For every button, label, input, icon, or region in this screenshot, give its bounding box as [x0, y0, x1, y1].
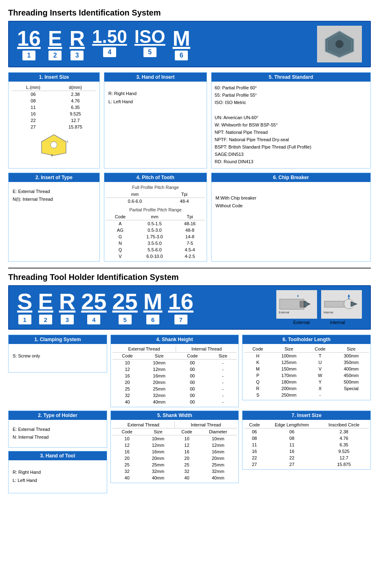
table-cell: 10mm [142, 435, 175, 442]
sw-col-code2: Code [174, 428, 199, 435]
banner-code-2: E [48, 28, 62, 49]
table-cell: 32 [112, 392, 142, 399]
table-cell: 25 [112, 386, 142, 392]
partial-profile-label: Partial Profile Pitch Range [106, 206, 205, 213]
table-cell: 10mm [199, 435, 237, 442]
sh-col-code1: Code [112, 352, 142, 359]
table-row: AG0.5-3.048-8 [106, 227, 205, 233]
table-cell: 27 [12, 124, 55, 130]
table-cell: 4.76 [319, 435, 369, 442]
table-row: G1.75-3.014-8 [106, 233, 205, 240]
table-cell: 20mm [199, 455, 237, 462]
table-cell: 10 [112, 435, 142, 442]
table-cell: 40 [174, 475, 199, 481]
table-cell: 16 [264, 448, 319, 455]
svg-rect-13 [324, 301, 347, 307]
sh-col-size1: Size [142, 352, 176, 359]
table-row: 1212mm1212mm [112, 442, 237, 448]
table-cell: 25 [112, 462, 142, 468]
partial-col-code: Code [106, 213, 134, 220]
table-cell: 00 [176, 379, 209, 386]
table-row: K125mmU350mm [244, 359, 369, 366]
type-holder-body: E: External ThreadN: Internal Thread [9, 420, 107, 448]
table-cell: 00 [176, 373, 209, 379]
holder-insert-size-col: 7. Insert Size Code Edge Length/mm Inscr… [242, 410, 371, 493]
table-cell: 22 [12, 117, 55, 124]
svg-text:Internal: Internal [324, 311, 333, 314]
inserts-banner: 16 1 E 2 R 3 1.50 4 ISO 5 [8, 21, 371, 67]
full-profile-table: mm Tpi 0.6-6.0 48-4 [106, 191, 205, 204]
table-row: 2020mm00- [112, 379, 237, 386]
table-cell: 06 [12, 91, 55, 98]
holder-banner-item-3: R 3 [59, 290, 75, 324]
banner-item-3: R 3 [70, 28, 85, 60]
holder-tables-row1: 1. Clamping System S: Screw only 4. Shan… [8, 335, 371, 407]
hand-tool-body: R: Right HandL: Left Hand [9, 460, 107, 493]
shank-width-table: External Thread Internal Thread Code Siz… [112, 422, 237, 481]
inserts-tables-row2: 2. Insert of Type E: External ThreadN(I)… [8, 173, 371, 262]
table-row: 2525mm00- [112, 386, 237, 392]
partial-col-mm: mm [134, 213, 175, 220]
table-cell: 12mm [142, 366, 176, 373]
svg-marker-15 [351, 302, 357, 306]
table-cell: 180mm [271, 379, 306, 385]
full-tpi-1: 48-4 [164, 197, 205, 204]
table-row: 4040mm4040mm [112, 475, 237, 481]
hand-tool-content: R: Right HandL: Left Hand [13, 468, 103, 485]
shank-height-body: External Thread Internal Thread Code Siz… [111, 344, 239, 407]
holder-insert-size-header: 7. Insert Size [242, 411, 370, 420]
table-cell: G [106, 233, 134, 240]
table-row: 08084.76 [244, 435, 369, 442]
table-cell: - [209, 359, 237, 366]
shank-height-col: 4. Shank Height External Thread Internal… [110, 335, 239, 407]
partial-profile-table: Code mm Tpi A0.5-1.548-16AG0.5-3.048-8G1… [106, 213, 205, 260]
his-col-edge: Edge Length/mm [264, 422, 319, 428]
table-cell: 15.875 [55, 124, 96, 130]
table-cell: 40mm [142, 475, 175, 481]
table-row: 06062.38 [244, 428, 369, 435]
table-cell: 6.35 [55, 104, 96, 111]
table-cell: 40mm [199, 475, 237, 481]
insert-size-header: 1. Insert Size [9, 73, 99, 82]
holder-num-1: 1 [18, 315, 31, 324]
hand-insert-header: 3. Hand of Insert [104, 73, 207, 82]
shank-width-int-label: Internal Thread [174, 422, 237, 428]
banner-codes: 16 1 E 2 R 3 1.50 4 ISO 5 [17, 28, 317, 60]
insert-type-box: 2. Insert of Type E: External ThreadN(I)… [8, 173, 100, 262]
insert-size-box: 1. Insert Size L.(mm) d(mm) 062.38084.76… [8, 72, 100, 169]
insert-chip-image [317, 26, 362, 62]
toolholder-length-table: Code Size Code Size H100mmT300mmK125mmU3… [244, 346, 369, 398]
banner-num-3: 3 [71, 51, 84, 60]
hand-insert-content: R: Right HandL: Left Hand [108, 90, 203, 106]
table-cell: 150mm [271, 366, 306, 372]
table-row: H100mmT300mm [244, 352, 369, 359]
banner-code-1: 16 [17, 28, 41, 49]
table-cell: T [306, 352, 333, 359]
table-cell: 12 [112, 366, 142, 373]
table-row: 2525mm2525mm [112, 462, 237, 468]
holder-title: Threading Tool Holder Identification Sys… [8, 273, 371, 282]
toolholder-length-header: 6. Toolholder Length [242, 335, 370, 344]
external-tool-image: External [276, 290, 317, 319]
holder-tables-row2: 2. Type of Holder E: External ThreadN: I… [8, 410, 371, 493]
thread-standard-content: 60: Partial Profile 60° 55: Partial Prof… [215, 84, 367, 166]
table-cell: 15.875 [319, 461, 369, 468]
insert-type-content: E: External ThreadN(I): Internal Thread [13, 188, 95, 204]
table-cell: P [244, 372, 271, 379]
table-cell: - [306, 392, 333, 398]
holder-banner-item-7: 16 7 [168, 290, 193, 324]
table-cell: 08 [244, 435, 264, 442]
table-cell: 16mm [142, 448, 175, 455]
table-row: 169.525 [12, 111, 96, 117]
holder-banner-item-6: M 6 [143, 290, 163, 324]
insert-size-table: L.(mm) d(mm) 062.38084.76116.35169.52522… [12, 84, 96, 130]
tool-images-row: External Internal [276, 290, 362, 319]
svg-marker-17 [348, 294, 350, 297]
table-cell: 08 [12, 98, 55, 104]
hand-insert-box: 3. Hand of Insert R: Right HandL: Left H… [104, 72, 207, 169]
table-cell: AG [106, 227, 134, 233]
table-cell: 12mm [199, 442, 237, 448]
holder-banner-item-1: S 1 [17, 290, 32, 324]
table-cell: Special [334, 385, 369, 392]
table-cell: - [209, 379, 237, 386]
